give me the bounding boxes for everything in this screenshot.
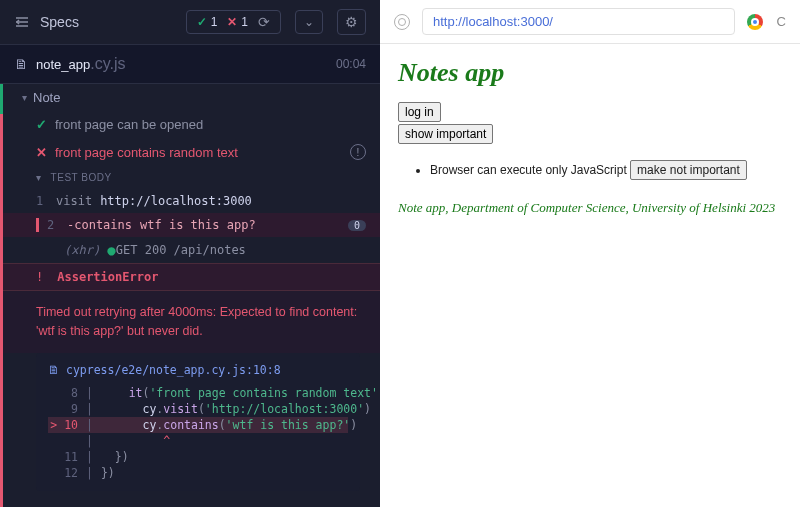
- selector-playground-icon[interactable]: [394, 14, 410, 30]
- app-title: Notes app: [398, 58, 782, 88]
- file-duration: 00:04: [336, 57, 366, 71]
- status-red: [0, 114, 3, 507]
- error-actions: › View stack trace 🖶 Print to console: [0, 503, 380, 508]
- error-header[interactable]: ! AssertionError: [0, 263, 380, 291]
- chevron-down-icon: ▾: [36, 172, 42, 183]
- cmd-name: visit: [56, 194, 92, 208]
- test-title-pass: front page can be opened: [55, 117, 203, 132]
- code-line: 8| it('front page contains random text',: [48, 385, 348, 401]
- file-name: note_app.cy.js: [36, 55, 126, 73]
- file-basename: note_app: [36, 57, 90, 72]
- pass-badge: ✓1: [197, 15, 218, 29]
- xhr-text: GET 200 /api/notes: [116, 243, 246, 257]
- line-number: 8: [48, 386, 78, 400]
- describe-row[interactable]: ▾ Note: [0, 84, 380, 111]
- describe-name: Note: [33, 90, 60, 105]
- cmd-arg: wtf is this app?: [140, 218, 256, 232]
- x-icon: ✕: [36, 145, 47, 160]
- line-number: > 10: [48, 418, 78, 432]
- code-line-highlight: > 10| cy.contains('wtf is this app?'): [48, 417, 348, 433]
- test-title-fail: front page contains random text: [55, 145, 238, 160]
- test-body-label: ▾ TEST BODY: [0, 166, 380, 189]
- code-file-link[interactable]: 🗎 cypress/e2e/note_app.cy.js:10:8: [48, 363, 348, 377]
- status-dot-icon: ●: [107, 242, 115, 258]
- spec-file-row[interactable]: 🗎 note_app.cy.js 00:04: [0, 44, 380, 84]
- code-line: 12| }): [48, 465, 348, 481]
- fail-count: 1: [241, 15, 248, 29]
- cypress-sidebar: Specs ✓1 ✕1 ⟳ ⌄ ⚙ 🗎 note_app.cy.js 00:04…: [0, 0, 380, 507]
- status-bar: [0, 84, 3, 507]
- settings-icon[interactable]: ⚙: [337, 9, 366, 35]
- command-row-contains[interactable]: 2 -contains wtf is this app? 0: [0, 213, 380, 237]
- x-icon: ✕: [227, 15, 237, 29]
- note-text: Browser can execute only JavaScript: [430, 163, 627, 177]
- line-number: 9: [48, 402, 78, 416]
- browser-bar: http://localhost:3000/ C: [380, 0, 800, 44]
- fail-bar: [36, 218, 39, 232]
- test-row-fail[interactable]: ✕ front page contains random text !: [0, 138, 380, 166]
- code-line-caret: | ^: [48, 433, 348, 449]
- info-icon[interactable]: !: [350, 144, 366, 160]
- header-controls: ✓1 ✕1 ⟳ ⌄ ⚙: [186, 9, 366, 35]
- preview-panel: http://localhost:3000/ C Notes app log i…: [380, 0, 800, 507]
- error-message: Timed out retrying after 4000ms: Expecte…: [0, 291, 380, 353]
- viewport-dropdown[interactable]: ⌄: [295, 10, 323, 34]
- cmd-name: -contains: [67, 218, 132, 232]
- test-stats[interactable]: ✓1 ✕1 ⟳: [186, 10, 281, 34]
- browser-label: C: [777, 14, 786, 29]
- app-under-test: Notes app log in show important Browser …: [380, 44, 800, 230]
- file-icon: 🗎: [48, 363, 60, 377]
- code-file-path: cypress/e2e/note_app.cy.js:10:8: [66, 363, 281, 377]
- cmd-arg: http://localhost:3000: [100, 194, 252, 208]
- status-green: [0, 84, 3, 114]
- body-label-text: TEST BODY: [51, 172, 112, 183]
- reload-icon[interactable]: ⟳: [258, 14, 270, 30]
- file-icon: 🗎: [14, 56, 28, 72]
- check-icon: ✓: [36, 117, 47, 132]
- chevron-down-icon: ▾: [22, 92, 27, 103]
- file-ext: .cy.js: [90, 55, 125, 72]
- code-frame: 🗎 cypress/e2e/note_app.cy.js:10:8 8| it(…: [36, 353, 360, 491]
- test-results: ▾ Note ✓ front page can be opened ✕ fron…: [0, 84, 380, 507]
- collapse-icon[interactable]: [14, 14, 30, 30]
- check-icon: ✓: [197, 15, 207, 29]
- xhr-label: (xhr): [64, 243, 100, 257]
- fail-badge: ✕1: [227, 15, 248, 29]
- url-box[interactable]: http://localhost:3000/: [422, 8, 735, 35]
- show-important-button[interactable]: show important: [398, 124, 493, 144]
- code-line: 9| cy.visit('http://localhost:3000'): [48, 401, 348, 417]
- line-number: 12: [48, 466, 78, 480]
- cmd-index: 1: [36, 194, 56, 208]
- note-list: Browser can execute only JavaScript make…: [430, 160, 782, 182]
- error-bang-icon: !: [36, 270, 43, 284]
- toggle-important-button[interactable]: make not important: [630, 160, 747, 180]
- test-row-pass[interactable]: ✓ front page can be opened: [0, 111, 380, 138]
- sidebar-header: Specs ✓1 ✕1 ⟳ ⌄ ⚙: [0, 0, 380, 44]
- code-line: 11| }): [48, 449, 348, 465]
- line-number: 11: [48, 450, 78, 464]
- note-item: Browser can execute only JavaScript make…: [430, 160, 782, 182]
- app-footer: Note app, Department of Computer Science…: [398, 200, 782, 216]
- pass-count: 1: [211, 15, 218, 29]
- cmd-pill: 0: [348, 220, 366, 231]
- login-button[interactable]: log in: [398, 102, 441, 122]
- chrome-icon[interactable]: [747, 14, 763, 30]
- xhr-row[interactable]: (xhr) ● GET 200 /api/notes: [0, 237, 380, 263]
- header-title: Specs: [40, 14, 186, 30]
- cmd-index: 2: [47, 218, 67, 232]
- error-name: AssertionError: [57, 270, 158, 284]
- command-row-visit[interactable]: 1 visit http://localhost:3000: [0, 189, 380, 213]
